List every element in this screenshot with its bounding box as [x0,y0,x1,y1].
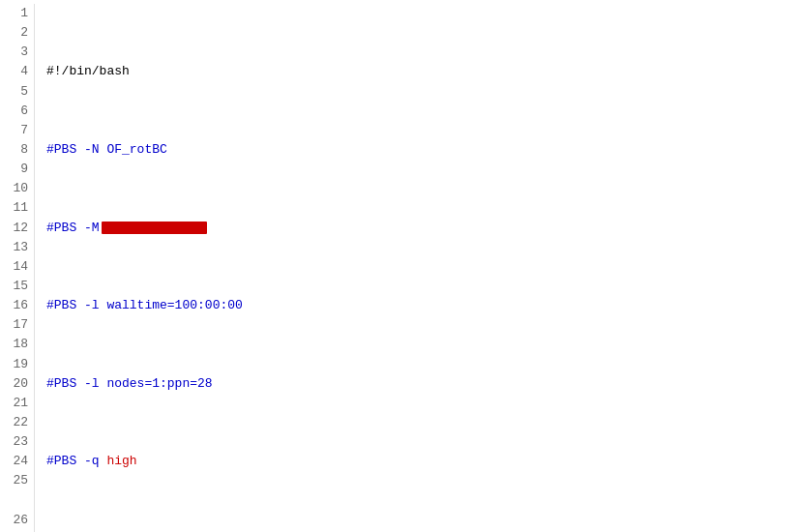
token: #PBS -M [46,221,100,235]
token: #PBS -l walltime=100:00:00 [46,298,243,312]
line-numbers: 1 2 3 4 5 6 7 8 9 10 11 12 13 14 15 16 1… [0,4,35,532]
ln-26: 26 [6,511,28,530]
code-content[interactable]: #!/bin/bash #PBS -N OF_rotBC #PBS -M #PB… [35,4,798,532]
redacted-email [102,222,207,234]
ln-17: 17 [6,315,28,335]
ln-19: 19 [6,355,28,374]
ln-3: 3 [6,43,28,62]
ln-4: 4 [6,62,28,81]
token: #!/bin/bash [46,64,130,78]
ln-21: 21 [6,394,28,413]
line-5: #PBS -l nodes=1:ppn=28 [46,374,786,394]
line-1: #!/bin/bash [46,62,786,81]
ln-15: 15 [6,277,28,296]
ln-18: 18 [6,335,28,354]
ln-16: 16 [6,296,28,315]
ln-13: 13 [6,238,28,257]
line-6: #PBS -q high [46,452,786,471]
token: #PBS -q [46,454,106,468]
ln-8: 8 [6,140,28,160]
ln-1: 1 [6,4,28,23]
code-editor: 1 2 3 4 5 6 7 8 9 10 11 12 13 14 15 16 1… [0,0,798,532]
ln-24: 24 [6,452,28,471]
ln-25b [6,491,28,511]
line-2: #PBS -N OF_rotBC [46,140,786,160]
token: #PBS -N OF_rotBC [46,142,167,157]
ln-12: 12 [6,219,28,238]
line-3: #PBS -M [46,219,786,238]
ln-11: 11 [6,198,28,218]
ln-2: 2 [6,23,28,43]
ln-5: 5 [6,82,28,102]
token-high: high [106,454,136,468]
ln-25: 25 [6,471,28,490]
ln-6: 6 [6,102,28,121]
ln-9: 9 [6,160,28,179]
ln-23: 23 [6,432,28,452]
line-4: #PBS -l walltime=100:00:00 [46,296,786,315]
ln-10: 10 [6,179,28,198]
ln-7: 7 [6,121,28,140]
ln-22: 22 [6,413,28,432]
ln-14: 14 [6,257,28,277]
ln-20: 20 [6,374,28,394]
token: #PBS -l nodes=1:ppn=28 [46,376,213,391]
